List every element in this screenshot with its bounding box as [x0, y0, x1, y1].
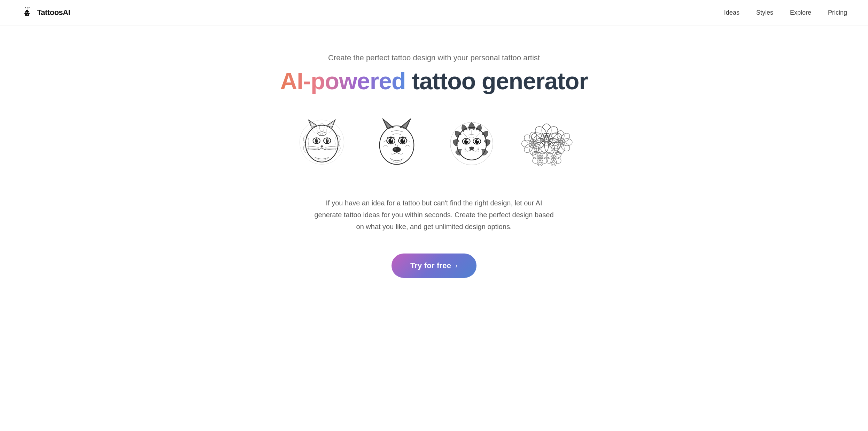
logo-text: TattoosAI — [37, 8, 70, 17]
cta-button[interactable]: Try for free › — [392, 254, 476, 278]
svg-point-44 — [393, 147, 401, 152]
tattoo-gallery — [289, 112, 579, 176]
tattoo-wolf — [364, 112, 429, 176]
logo[interactable]: TattoosAI — [21, 6, 70, 19]
svg-point-29 — [320, 133, 323, 136]
svg-point-20 — [326, 138, 329, 143]
headline-colored: AI-powered — [280, 68, 405, 94]
svg-point-22 — [327, 139, 328, 141]
svg-point-86 — [532, 143, 534, 145]
svg-point-2 — [26, 12, 27, 13]
svg-point-91 — [557, 144, 564, 154]
svg-point-89 — [562, 139, 572, 146]
tattoo-roses — [514, 112, 579, 176]
svg-point-58 — [465, 149, 466, 150]
svg-line-9 — [29, 7, 29, 8]
svg-point-75 — [545, 138, 547, 140]
logo-icon — [21, 6, 33, 19]
svg-point-61 — [478, 149, 479, 150]
cta-label: Try for free — [410, 261, 451, 270]
svg-point-57 — [465, 148, 466, 149]
svg-point-59 — [465, 151, 466, 152]
svg-point-11 — [304, 124, 340, 160]
hero-section: Create the perfect tattoo design with yo… — [0, 25, 868, 299]
hero-headline: AI-powered tattoo generator — [280, 68, 588, 94]
svg-point-10 — [300, 120, 344, 165]
svg-point-42 — [391, 139, 392, 141]
svg-point-3 — [28, 12, 29, 13]
svg-point-40 — [388, 138, 393, 144]
svg-point-37 — [379, 126, 414, 165]
header: TattoosAI Ideas Styles Explore Pricing — [0, 0, 868, 25]
svg-point-16 — [305, 126, 338, 162]
svg-point-45 — [394, 148, 396, 150]
headline-plain: tattoo generator — [406, 68, 588, 94]
svg-line-25 — [307, 149, 319, 150]
svg-point-55 — [466, 140, 468, 141]
svg-point-82 — [521, 140, 532, 147]
hero-description: If you have an idea for a tattoo but can… — [312, 197, 556, 233]
svg-point-41 — [400, 138, 405, 144]
svg-point-19 — [315, 138, 318, 143]
svg-point-97 — [560, 141, 561, 143]
svg-point-113 — [552, 157, 555, 159]
svg-point-78 — [535, 140, 545, 147]
nav-styles[interactable]: Styles — [756, 9, 773, 16]
svg-point-60 — [478, 148, 479, 149]
hero-subtitle: Create the perfect tattoo design with yo… — [328, 53, 540, 62]
svg-line-8 — [25, 7, 26, 8]
nav-ideas[interactable]: Ideas — [724, 9, 739, 16]
tattoo-cat — [289, 112, 354, 176]
svg-point-87 — [557, 131, 564, 141]
tattoo-lion — [439, 112, 504, 176]
main-nav: Ideas Styles Explore Pricing — [724, 9, 847, 16]
nav-explore[interactable]: Explore — [790, 9, 811, 16]
svg-point-93 — [549, 139, 559, 146]
svg-line-50 — [476, 134, 480, 137]
svg-point-56 — [477, 140, 478, 141]
svg-point-105 — [538, 157, 541, 159]
svg-rect-4 — [27, 14, 28, 15]
svg-line-28 — [325, 149, 336, 150]
cta-arrow: › — [455, 262, 458, 270]
svg-line-49 — [463, 134, 467, 137]
svg-point-21 — [316, 139, 317, 141]
svg-point-43 — [403, 139, 404, 141]
svg-rect-1 — [26, 10, 28, 12]
svg-point-62 — [478, 151, 479, 152]
nav-pricing[interactable]: Pricing — [828, 9, 847, 16]
